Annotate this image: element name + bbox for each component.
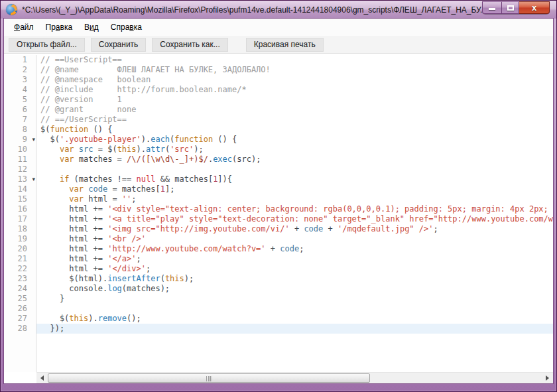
- code-lines: 1// ==UserScript==2// @name ФЛЕШ ЛАГАЕТ …: [4, 55, 553, 334]
- code-line[interactable]: 1// ==UserScript==: [4, 55, 553, 65]
- line-number: 10: [4, 145, 36, 155]
- title-bar[interactable]: *C:\Users\(_Y_)\AppData\Roaming\Mozilla\…: [1, 1, 556, 19]
- menu-edit[interactable]: Правка: [40, 21, 79, 34]
- code-text: // ==UserScript==: [36, 55, 553, 65]
- line-number: 8: [4, 125, 36, 135]
- code-line[interactable]: 16 html += '<div style="text-align: cent…: [4, 204, 553, 214]
- menu-view[interactable]: Вид: [78, 21, 105, 34]
- code-text: $('.youtube-player').each(function () {: [36, 135, 553, 145]
- menu-file[interactable]: Файл: [8, 21, 40, 34]
- scrollbar-thumb[interactable]: [48, 373, 370, 383]
- code-text: console.log(matches);: [36, 284, 553, 294]
- toolbar: Открыть файл... Сохранить Сохранить как.…: [4, 36, 553, 54]
- line-number: 4: [4, 85, 36, 95]
- code-text: var matches = /\/([\w\d\-_]+)$/.exec(src…: [36, 155, 553, 164]
- code-editor[interactable]: 1// ==UserScript==2// @name ФЛЕШ ЛАГАЕТ …: [4, 54, 553, 372]
- code-line[interactable]: 21 html += '</a>';: [4, 254, 553, 264]
- code-line[interactable]: 26: [4, 304, 553, 314]
- window-title: *C:\Users\(_Y_)\AppData\Roaming\Mozilla\…: [22, 5, 551, 15]
- code-text: [36, 164, 553, 174]
- code-text: html += '<br />': [36, 234, 553, 244]
- pretty-print-button[interactable]: Красивая печать: [246, 38, 324, 52]
- code-line[interactable]: 15 var html = '';: [4, 194, 553, 204]
- code-line[interactable]: 13▾ if (matches !== null && matches[1]){: [4, 174, 553, 184]
- scroll-left-button[interactable]: [36, 373, 48, 383]
- code-line[interactable]: 17 html += '<a title="play" style="text-…: [4, 214, 553, 224]
- close-icon: x: [519, 2, 549, 13]
- menu-bar: Файл Правка Вид Справка: [4, 19, 553, 36]
- code-line[interactable]: 6// @grant none: [4, 105, 553, 115]
- line-number: 3: [4, 75, 36, 85]
- line-number: 17: [4, 214, 36, 224]
- scroll-left-icon: [40, 375, 44, 381]
- code-text: var code = matches[1];: [36, 184, 553, 194]
- code-text: html += '</a>';: [36, 254, 553, 264]
- code-text: [36, 304, 553, 314]
- code-line[interactable]: 23 $(html).insertAfter(this);: [4, 274, 553, 284]
- line-number: 7: [4, 115, 36, 125]
- code-line[interactable]: 11 var matches = /\/([\w\d\-_]+)$/.exec(…: [4, 155, 553, 164]
- menu-help[interactable]: Справка: [105, 21, 148, 34]
- code-line[interactable]: 27 $(this).remove();: [4, 314, 553, 324]
- line-number: 23: [4, 274, 36, 284]
- line-number: 25: [4, 294, 36, 304]
- fold-arrow-icon[interactable]: ▾: [32, 175, 35, 184]
- line-number: 27: [4, 314, 36, 324]
- code-line[interactable]: 10 var src = $(this).attr('src');: [4, 145, 553, 155]
- code-line[interactable]: 20 html += 'http://www.youtube.com/watch…: [4, 244, 553, 254]
- line-number: 19: [4, 234, 36, 244]
- minimize-icon: [489, 8, 495, 10]
- line-number: 18: [4, 224, 36, 234]
- line-number: 21: [4, 254, 36, 264]
- code-line[interactable]: 9▾ $('.youtube-player').each(function ()…: [4, 135, 553, 145]
- horizontal-scrollbar[interactable]: [36, 372, 553, 383]
- code-text: // @include http://forum.boolean.name/*: [36, 85, 553, 95]
- code-line[interactable]: 18 html += '<img src="http://img.youtube…: [4, 224, 553, 234]
- line-number: 24: [4, 284, 36, 294]
- code-line[interactable]: 19 html += '<br />': [4, 234, 553, 244]
- line-number: 9▾: [4, 135, 36, 145]
- code-text: $(html).insertAfter(this);: [36, 274, 553, 284]
- code-line[interactable]: 4// @include http://forum.boolean.name/*: [4, 85, 553, 95]
- save-button[interactable]: Сохранить: [91, 38, 147, 52]
- line-number: 14: [4, 184, 36, 194]
- fold-arrow-icon[interactable]: ▾: [32, 135, 35, 144]
- code-line[interactable]: 28 });: [4, 324, 553, 334]
- code-text: // @namespace boolean: [36, 75, 553, 85]
- code-line[interactable]: 24 console.log(matches);: [4, 284, 553, 294]
- horizontal-scrollbar-row: [4, 372, 553, 383]
- editor-empty-area[interactable]: [4, 334, 553, 372]
- code-text: // @grant none: [36, 105, 553, 115]
- code-text: html += 'http://www.youtube.com/watch?v=…: [36, 244, 553, 254]
- code-line[interactable]: 22 html += '</div>';: [4, 264, 553, 274]
- code-line[interactable]: 5// @version 1: [4, 95, 553, 105]
- code-line[interactable]: 7// ==/UserScript==: [4, 115, 553, 125]
- line-number: 2: [4, 65, 36, 75]
- close-button[interactable]: x: [519, 1, 550, 14]
- code-text: // @version 1: [36, 95, 553, 105]
- code-line[interactable]: 3// @namespace boolean: [4, 75, 553, 85]
- scroll-right-icon: [546, 375, 549, 381]
- line-number: 16: [4, 204, 36, 214]
- code-line[interactable]: 12: [4, 164, 553, 174]
- line-number: 6: [4, 105, 36, 115]
- code-line[interactable]: 8$(function () {: [4, 125, 553, 135]
- code-text: html += '<a title="play" style="text-dec…: [36, 214, 553, 224]
- app-window: *C:\Users\(_Y_)\AppData\Roaming\Mozilla\…: [0, 0, 557, 392]
- line-number: 20: [4, 244, 36, 254]
- code-line[interactable]: 25 }: [4, 294, 553, 304]
- restore-button[interactable]: [501, 1, 519, 14]
- code-text: html += '<div style="text-align: center;…: [36, 204, 553, 214]
- code-line[interactable]: 2// @name ФЛЕШ ЛАГАЕТ НА БУЛКЕ, ЗАДОЛБАЛ…: [4, 65, 553, 75]
- line-number: 26: [4, 304, 36, 314]
- code-text: // @name ФЛЕШ ЛАГАЕТ НА БУЛКЕ, ЗАДОЛБАЛО…: [36, 65, 553, 75]
- line-number: 11: [4, 155, 36, 164]
- firefox-app-icon[interactable]: [6, 4, 17, 15]
- code-line[interactable]: 14 var code = matches[1];: [4, 184, 553, 194]
- open-file-button[interactable]: Открыть файл...: [9, 38, 85, 52]
- scroll-right-button[interactable]: [542, 373, 553, 383]
- line-number: 28: [4, 324, 36, 334]
- save-as-button[interactable]: Сохранить как...: [152, 38, 227, 52]
- line-number: 22: [4, 264, 36, 274]
- minimize-button[interactable]: [482, 1, 501, 14]
